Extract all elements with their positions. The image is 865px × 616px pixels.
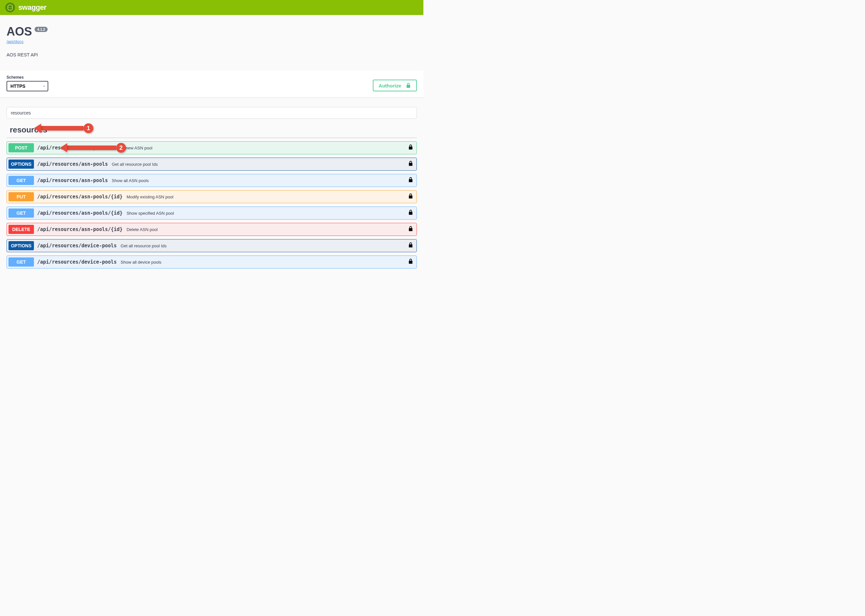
- operation-row[interactable]: DELETE/api/resources/asn-pools/{id}Delet…: [6, 223, 417, 236]
- operation-summary: Show all ASN pools: [112, 178, 149, 183]
- chevron-down-icon: [50, 126, 56, 134]
- http-method-badge: OPTIONS: [8, 160, 34, 169]
- operation-row[interactable]: OPTIONS/api/resources/device-poolsGet al…: [6, 239, 417, 252]
- operation-summary: Get all resource pool Ids: [121, 244, 167, 248]
- http-method-badge: POST: [8, 143, 34, 152]
- operation-row[interactable]: GET/api/resources/device-poolsShow all d…: [6, 256, 417, 269]
- base-url-link[interactable]: /api/docs: [6, 39, 24, 44]
- operation-row[interactable]: GET/api/resources/asn-poolsShow all ASN …: [6, 174, 417, 187]
- lock-icon[interactable]: [408, 160, 413, 168]
- authorize-label: Authorize: [379, 83, 401, 88]
- api-title: AOS: [6, 25, 32, 39]
- operation-summary: Show all device pools: [121, 260, 162, 265]
- lock-icon[interactable]: [408, 258, 413, 266]
- operation-summary: Delete ASN pool: [127, 227, 157, 232]
- tag-header[interactable]: resources: [6, 121, 417, 138]
- swagger-logo[interactable]: swagger: [5, 3, 46, 13]
- operation-path: /api/resources/device-pools: [37, 243, 117, 248]
- http-method-badge: DELETE: [8, 225, 34, 234]
- filter-input[interactable]: [6, 107, 417, 119]
- lock-icon[interactable]: [408, 209, 413, 217]
- version-badge: 4.1.2: [35, 27, 48, 32]
- lock-icon[interactable]: [408, 177, 413, 184]
- operation-path: /api/resources/device-pools: [37, 259, 117, 265]
- operation-row[interactable]: GET/api/resources/asn-pools/{id}Show spe…: [6, 206, 417, 220]
- tag-name: resources: [10, 125, 47, 134]
- schemes-label: Schemes: [6, 75, 48, 80]
- http-method-badge: GET: [8, 258, 34, 267]
- operation-path: /api/resources/asn-pools/{id}: [37, 226, 122, 232]
- swagger-icon: [5, 3, 15, 13]
- operation-row[interactable]: OPTIONS/api/resources/asn-poolsGet all r…: [6, 157, 417, 171]
- brand-text: swagger: [18, 3, 46, 12]
- operation-summary: Create new ASN pool: [112, 146, 152, 151]
- lock-icon[interactable]: [408, 193, 413, 200]
- http-method-badge: PUT: [8, 192, 34, 201]
- operation-row[interactable]: PUT/api/resources/asn-pools/{id}Modify e…: [6, 190, 417, 203]
- operation-row[interactable]: POST/api/resources/asn-poolsCreate new A…: [6, 141, 417, 154]
- scheme-block: Schemes HTTPS: [6, 75, 48, 91]
- lock-icon[interactable]: [408, 226, 413, 233]
- tag-section: resources POST/api/resources/asn-poolsCr…: [0, 121, 423, 278]
- operation-path: /api/resources/asn-pools: [37, 145, 108, 151]
- operation-summary: Show specified ASN pool: [127, 211, 174, 216]
- schemes-select[interactable]: HTTPS: [6, 81, 48, 91]
- operation-path: /api/resources/asn-pools/{id}: [37, 210, 122, 216]
- http-method-badge: OPTIONS: [8, 241, 34, 250]
- lock-icon[interactable]: [408, 144, 413, 151]
- operation-summary: Modify existing ASN pool: [127, 195, 174, 200]
- api-description: AOS REST API: [6, 52, 417, 57]
- lock-icon[interactable]: [408, 242, 413, 249]
- api-title-row: AOS 4.1.2: [6, 25, 417, 39]
- api-info: AOS 4.1.2 /api/docs AOS REST API: [0, 15, 423, 71]
- http-method-badge: GET: [8, 176, 34, 185]
- base-url: /api/docs: [6, 39, 417, 44]
- operation-path: /api/resources/asn-pools/{id}: [37, 194, 122, 200]
- scheme-bar: Schemes HTTPS Authorize: [0, 71, 423, 97]
- operation-summary: Get all resource pool Ids: [112, 162, 158, 167]
- authorize-button[interactable]: Authorize: [373, 80, 417, 91]
- operation-path: /api/resources/asn-pools: [37, 161, 108, 167]
- filter-bar: [0, 97, 423, 121]
- http-method-badge: GET: [8, 209, 34, 218]
- operation-path: /api/resources/asn-pools: [37, 178, 108, 183]
- lock-icon: [406, 83, 411, 88]
- topbar: swagger: [0, 0, 423, 15]
